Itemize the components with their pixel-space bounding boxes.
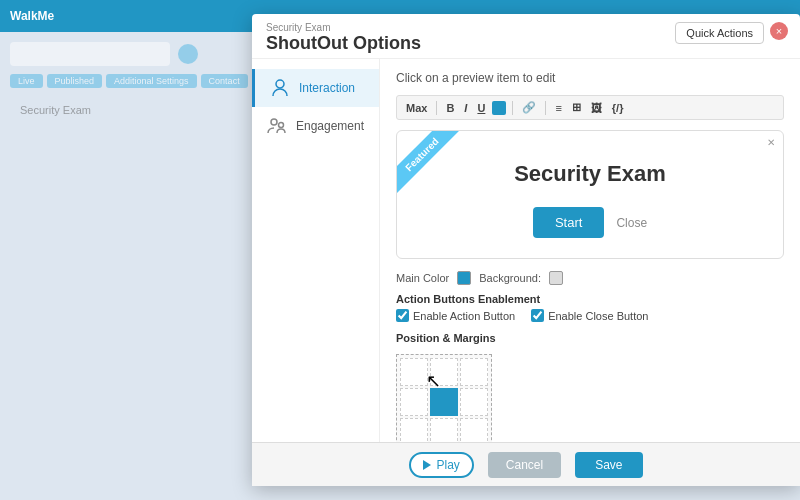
ribbon-text: Featured xyxy=(397,131,461,193)
card-buttons: Start Close xyxy=(533,207,647,238)
card-close-link[interactable]: Close xyxy=(616,216,647,230)
pos-cell-0-0[interactable] xyxy=(400,358,428,386)
toolbar-image[interactable]: 🖼 xyxy=(588,101,605,115)
editor-toolbar: Max B I U 🔗 ≡ ⊞ 🖼 {/} xyxy=(396,95,784,120)
background-color-swatch[interactable] xyxy=(549,271,563,285)
toolbar-underline[interactable]: U xyxy=(474,101,488,115)
pos-cell-1-0[interactable] xyxy=(400,388,428,416)
enable-action-checkbox[interactable] xyxy=(396,309,409,322)
featured-ribbon: Featured xyxy=(397,131,477,211)
save-button[interactable]: Save xyxy=(575,452,642,478)
enable-close-checkbox[interactable] xyxy=(531,309,544,322)
main-color-swatch[interactable] xyxy=(457,271,471,285)
bottom-bar: Play Cancel Save xyxy=(252,442,800,486)
pos-cell-1-1[interactable] xyxy=(430,388,458,416)
app-logo: WalkMe xyxy=(10,9,54,23)
interaction-label: Interaction xyxy=(299,81,355,95)
play-label: Play xyxy=(436,458,459,472)
position-grid[interactable] xyxy=(396,354,492,442)
right-content: Click on a preview item to edit Max B I … xyxy=(380,59,800,442)
pos-cell-2-0[interactable] xyxy=(400,418,428,442)
quick-actions-button[interactable]: Quick Actions xyxy=(675,22,764,44)
toolbar-color-swatch[interactable] xyxy=(492,101,506,115)
nav-item-engagement[interactable]: Engagement xyxy=(252,107,379,145)
enable-close-checkbox-container[interactable]: Enable Close Button xyxy=(531,309,648,322)
engagement-icon xyxy=(266,115,288,137)
pos-cell-2-2[interactable] xyxy=(460,418,488,442)
play-button[interactable]: Play xyxy=(409,452,473,478)
background-label: Background: xyxy=(479,272,541,284)
main-color-label: Main Color xyxy=(396,272,449,284)
pos-cell-0-2[interactable] xyxy=(460,358,488,386)
enable-close-label: Enable Close Button xyxy=(548,310,648,322)
nav-item-interaction[interactable]: Interaction xyxy=(252,69,379,107)
svg-point-2 xyxy=(279,123,284,128)
card-title: Security Exam xyxy=(514,161,666,187)
toolbar-code[interactable]: {/} xyxy=(609,101,627,115)
left-nav: Interaction Engagement xyxy=(252,59,380,442)
play-icon xyxy=(423,460,431,470)
bg-tag-live: Live xyxy=(10,74,43,88)
action-buttons-checkboxes: Enable Action Button Enable Close Button xyxy=(396,309,784,322)
color-options: Main Color Background: xyxy=(396,271,784,285)
modal-body: Interaction Engagement Click on a previe… xyxy=(252,59,800,442)
svg-point-0 xyxy=(276,80,284,88)
enable-action-label: Enable Action Button xyxy=(413,310,515,322)
toolbar-sep-3 xyxy=(545,101,546,115)
engagement-label: Engagement xyxy=(296,119,364,133)
bg-tag-additional: Additional Settings xyxy=(106,74,197,88)
pos-cell-1-2[interactable] xyxy=(460,388,488,416)
enable-action-checkbox-container[interactable]: Enable Action Button xyxy=(396,309,515,322)
bg-search xyxy=(10,42,170,66)
svg-point-1 xyxy=(271,119,277,125)
interaction-icon xyxy=(269,77,291,99)
bg-tag-contact: Contact xyxy=(201,74,248,88)
cancel-button[interactable]: Cancel xyxy=(488,452,561,478)
toolbar-list[interactable]: ≡ xyxy=(552,101,564,115)
toolbar-sep-2 xyxy=(512,101,513,115)
pos-cell-2-1[interactable] xyxy=(430,418,458,442)
toolbar-link[interactable]: 🔗 xyxy=(519,100,539,115)
pos-cell-0-1[interactable] xyxy=(430,358,458,386)
bg-tag-published: Published xyxy=(47,74,103,88)
click-hint: Click on a preview item to edit xyxy=(396,71,784,85)
toolbar-italic[interactable]: I xyxy=(461,101,470,115)
toolbar-sep-1 xyxy=(436,101,437,115)
card-close-btn[interactable]: ✕ xyxy=(767,137,775,148)
position-margins-label: Position & Margins xyxy=(396,332,784,344)
shoutout-options-modal: Security Exam ShoutOut Options Interacti… xyxy=(252,14,800,486)
preview-card: Featured ✕ Security Exam Start Close xyxy=(396,130,784,259)
toolbar-bold[interactable]: B xyxy=(443,101,457,115)
close-icon[interactable]: × xyxy=(770,22,788,40)
toolbar-max[interactable]: Max xyxy=(403,101,430,115)
toolbar-grid[interactable]: ⊞ xyxy=(569,100,584,115)
action-buttons-label: Action Buttons Enablement xyxy=(396,293,784,305)
card-start-button[interactable]: Start xyxy=(533,207,604,238)
